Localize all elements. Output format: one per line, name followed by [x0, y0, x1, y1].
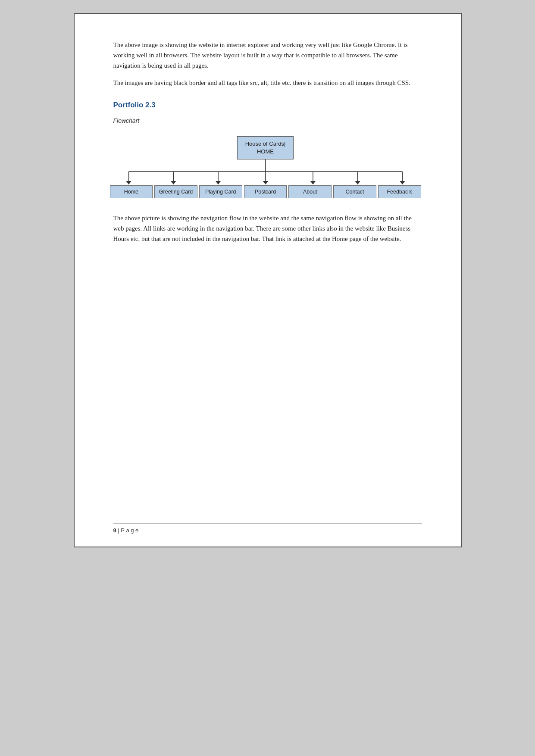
svg-marker-3 — [126, 181, 131, 184]
flowchart-bottom-row: Home Greeting Card Playing Card Postcard… — [109, 185, 422, 198]
nav-node-feedback: Feedbac k — [378, 185, 421, 198]
nav-node-contact: Contact — [333, 185, 376, 198]
paragraph-2: The images are having black border and a… — [113, 78, 422, 88]
flowchart-top-row: House of Cards| HOME — [109, 136, 422, 159]
nav-node-about: About — [288, 185, 332, 198]
paragraph-3: The above picture is showing the navigat… — [113, 213, 422, 244]
nav-node-postcard: Postcard — [244, 185, 287, 198]
nav-node-home: Home — [110, 185, 153, 198]
flowchart-connector — [109, 159, 422, 185]
page-number: 9 | P a g e — [113, 527, 139, 534]
svg-marker-9 — [263, 181, 268, 184]
top-node-line2: HOME — [257, 148, 274, 155]
section-heading: Portfolio 2.3 — [113, 101, 422, 109]
nav-node-playing: Playing Card — [199, 185, 242, 198]
svg-marker-11 — [310, 181, 315, 184]
svg-marker-15 — [400, 181, 405, 184]
top-node-line1: House of Cards| — [245, 141, 286, 147]
flowchart-label: Flowchart — [113, 117, 422, 124]
nav-node-greeting: Greeting Card — [154, 185, 197, 198]
svg-marker-13 — [355, 181, 360, 184]
paragraph-1: The above image is showing the website i… — [113, 40, 422, 71]
page-footer: 9 | P a g e — [113, 523, 422, 534]
svg-marker-5 — [171, 181, 176, 184]
home-node: House of Cards| HOME — [237, 136, 294, 159]
flowchart: House of Cards| HOME — [105, 132, 431, 203]
document-page: The above image is showing the website i… — [74, 13, 462, 547]
svg-marker-7 — [215, 181, 220, 184]
